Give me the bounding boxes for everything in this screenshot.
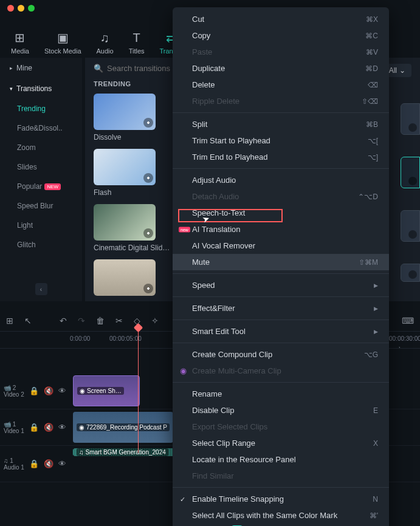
- collapse-sidebar-button[interactable]: ‹: [35, 283, 47, 295]
- clip-label: ◉722869_Recording Podcast P: [77, 423, 170, 431]
- menu-ai-vocal-remover[interactable]: AI Vocal Remover: [173, 237, 389, 254]
- playhead[interactable]: [138, 327, 139, 453]
- chevron-right-icon: ▶: [374, 306, 378, 312]
- new-badge: new: [179, 227, 190, 232]
- category-mine[interactable]: Mine: [0, 58, 82, 78]
- transition-item-peek-3[interactable]: [401, 210, 420, 242]
- menu-split[interactable]: Split⌘B: [173, 116, 389, 132]
- tab-audio[interactable]: ♫Audio: [97, 31, 114, 55]
- thumbnail: [94, 149, 156, 185]
- clip-recording-podcast[interactable]: ◉722869_Recording Podcast P: [73, 412, 173, 443]
- search-icon: 🔍: [94, 64, 103, 73]
- mute-icon[interactable]: 🔇: [44, 386, 53, 395]
- split-icon[interactable]: ✂: [115, 316, 123, 326]
- menu-speed[interactable]: Speed▶: [173, 277, 389, 293]
- transition-item-peek-2[interactable]: [401, 157, 420, 188]
- menu-copy[interactable]: Copy⌘C: [173, 27, 389, 44]
- subcategory-speed-blur[interactable]: Speed Blur: [0, 196, 82, 216]
- close-button[interactable]: [7, 5, 14, 12]
- menu-trim-end[interactable]: Trim End to Playhead⌥]: [173, 149, 389, 165]
- category-transitions[interactable]: Transitions: [0, 78, 82, 99]
- tool-cursor-icon[interactable]: ↖: [24, 316, 32, 326]
- tab-titles[interactable]: TTitles: [129, 31, 145, 55]
- lock-icon[interactable]: 🔒: [29, 423, 39, 432]
- menu-mute[interactable]: Mute⇧⌘M: [173, 254, 389, 270]
- delete-icon[interactable]: 🗑: [96, 316, 105, 326]
- transition-item-peek-1[interactable]: [401, 103, 420, 135]
- lock-icon[interactable]: 🔒: [29, 386, 39, 395]
- lock-icon[interactable]: 🔒: [29, 459, 39, 468]
- menu-ripple-delete: Ripple Delete⇧⌫: [173, 93, 389, 109]
- tab-label: Titles: [129, 47, 145, 55]
- window-controls: [7, 5, 35, 12]
- visibility-icon[interactable]: 👁: [58, 459, 66, 468]
- chevron-right-icon: ▶: [374, 282, 378, 289]
- tab-label: Audio: [97, 47, 114, 55]
- minimize-button[interactable]: [18, 5, 24, 12]
- left-sidebar: Mine Transitions Trending Fade&Dissol.. …: [0, 58, 82, 301]
- subcategory-light[interactable]: Light: [0, 216, 82, 235]
- menu-locate-resource[interactable]: Locate in the Resource Panel: [173, 451, 389, 468]
- context-menu: Cut⌘X Copy⌘C Paste⌘V Duplicate⌘D Delete⌫…: [173, 7, 389, 526]
- thumbnail: [94, 204, 156, 241]
- titles-icon: T: [133, 31, 140, 45]
- menu-ai-translation[interactable]: newAI Translation: [173, 221, 389, 237]
- clip-label: ♫Smart BGM Generation_2024: [77, 448, 168, 456]
- audio-icon: ♫: [100, 31, 109, 45]
- keyboard-icon[interactable]: ⌨: [402, 316, 414, 326]
- tab-label: Media: [11, 47, 29, 55]
- tool-layout-icon[interactable]: ⊞: [6, 316, 13, 326]
- subcategory-slides[interactable]: Slides: [0, 157, 82, 177]
- menu-detach-audio: Detach Audio⌃⌥D: [173, 188, 389, 205]
- chevron-down-icon: ⌄: [399, 66, 405, 75]
- menu-delete[interactable]: Delete⌫: [173, 77, 389, 93]
- menu-effect-filter[interactable]: Effect&Filter▶: [173, 300, 389, 316]
- menu-duplicate[interactable]: Duplicate⌘D: [173, 60, 389, 77]
- transition-item-peek-4[interactable]: [401, 264, 420, 282]
- media-icon: ⊞: [15, 30, 25, 45]
- chevron-right-icon: ▶: [374, 329, 378, 335]
- subcategory-glitch[interactable]: Glitch: [0, 235, 82, 254]
- subcategory-popular[interactable]: PopularNEW: [0, 177, 82, 196]
- tab-media[interactable]: ⊞Media: [11, 30, 29, 55]
- zoom-button[interactable]: [28, 5, 35, 12]
- menu-smart-edit[interactable]: Smart Edit Tool▶: [173, 323, 389, 340]
- menu-select-same-color[interactable]: Select All Clips with the Same Color Mar…: [173, 507, 389, 524]
- menu-adjust-audio[interactable]: Adjust Audio: [173, 172, 389, 188]
- effects-icon[interactable]: ✧: [151, 316, 159, 326]
- menu-multicam: ◉Create Multi-Camera Clip: [173, 363, 389, 379]
- mute-icon[interactable]: 🔇: [44, 423, 53, 432]
- thumbnail: [94, 94, 156, 130]
- menu-timeline-snap[interactable]: ✓Enable Timeline SnappingN: [173, 491, 389, 507]
- undo-icon[interactable]: ↶: [60, 316, 67, 326]
- menu-find-similar: Find Similar: [173, 468, 389, 484]
- menu-disable-clip[interactable]: Disable ClipE: [173, 402, 389, 418]
- visibility-icon[interactable]: 👁: [58, 386, 66, 395]
- subcategory-trending[interactable]: Trending: [0, 99, 82, 118]
- menu-select-clip-range[interactable]: Select Clip RangeX: [173, 435, 389, 451]
- menu-rename[interactable]: Rename: [173, 386, 389, 402]
- mute-icon[interactable]: 🔇: [44, 459, 53, 468]
- menu-trim-start[interactable]: Trim Start to Playhead⌥[: [173, 132, 389, 149]
- menu-compound-clip[interactable]: Create Compound Clip⌥G: [173, 346, 389, 363]
- subcategory-fade-dissolve[interactable]: Fade&Dissol..: [0, 118, 82, 138]
- menu-paste: Paste⌘V: [173, 44, 389, 60]
- check-icon: ✓: [180, 495, 185, 503]
- thumbnail: [94, 259, 156, 296]
- new-badge: NEW: [44, 183, 61, 190]
- subcategory-zoom[interactable]: Zoom: [0, 138, 82, 157]
- menu-speech-to-text[interactable]: Speech-to-Text: [173, 205, 389, 221]
- menu-cut[interactable]: Cut⌘X: [173, 11, 389, 27]
- clip-screen-sh[interactable]: ◉Screen Sh…: [73, 375, 140, 406]
- menu-export-selected: Export Selected Clips: [173, 418, 389, 435]
- clip-label: ◉Screen Sh…: [77, 387, 124, 395]
- redo-icon[interactable]: ↷: [78, 316, 85, 326]
- color-swatches: [173, 524, 389, 526]
- visibility-icon[interactable]: 👁: [58, 423, 66, 432]
- tab-label: Stock Media: [44, 47, 81, 55]
- stock-media-icon: ▣: [57, 30, 69, 45]
- tab-stock-media[interactable]: ▣Stock Media: [44, 30, 81, 55]
